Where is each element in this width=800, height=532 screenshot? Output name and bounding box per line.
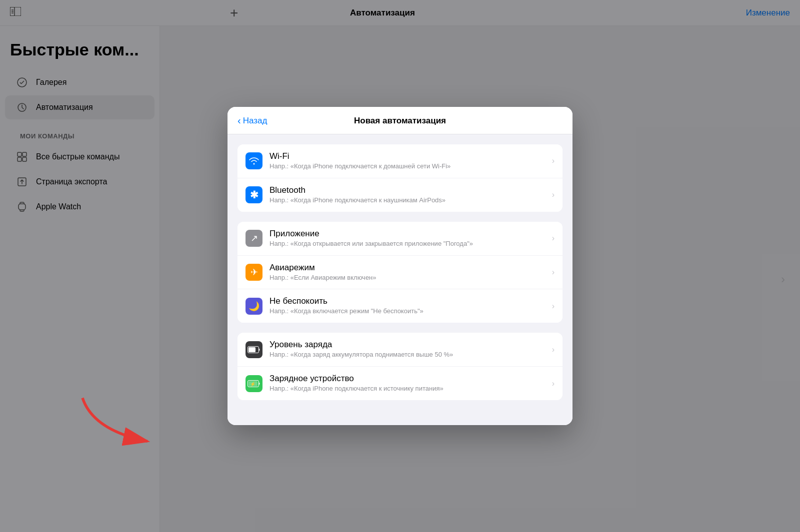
modal-new-automation: ‹ Назад Новая автоматизация (228, 107, 572, 425)
app-icon: ↗ (246, 230, 262, 247)
airplane-chevron-icon: › (552, 268, 554, 277)
airplane-title: Авиарежим (270, 263, 545, 273)
modal-section-power: Уровень заряда Напр.: «Когда заряд аккум… (238, 333, 562, 400)
bluetooth-icon: ✱ (246, 186, 262, 203)
modal-overlay: ‹ Назад Новая автоматизация (0, 0, 800, 532)
battery-row[interactable]: Уровень заряда Напр.: «Когда заряд аккум… (238, 333, 562, 367)
airplane-subtitle: Напр.: «Если Авиарежим включен» (270, 274, 545, 282)
back-button[interactable]: ‹ Назад (238, 115, 267, 126)
bluetooth-row[interactable]: ✱ Bluetooth Напр.: «Когда iPhone подключ… (238, 178, 562, 212)
charging-subtitle: Напр.: «Когда iPhone подключается к исто… (270, 385, 545, 393)
wifi-text: Wi-Fi Напр.: «Когда iPhone подключается … (270, 151, 545, 171)
back-chevron-icon: ‹ (238, 115, 241, 126)
charging-icon: ⚡ (246, 375, 262, 392)
modal-body: Wi-Fi Напр.: «Когда iPhone подключается … (228, 134, 572, 425)
app-text: Приложение Напр.: «Когда открывается или… (270, 229, 545, 248)
battery-chevron-icon: › (552, 345, 554, 354)
airplane-row[interactable]: ✈ Авиарежим Напр.: «Если Авиарежим включ… (238, 256, 562, 290)
battery-text: Уровень заряда Напр.: «Когда заряд аккум… (270, 340, 545, 359)
dnd-subtitle: Напр.: «Когда включается режим "Не беспо… (270, 307, 545, 316)
charging-title: Зарядное устройство (270, 374, 545, 384)
bluetooth-subtitle: Напр.: «Когда iPhone подключается к науш… (270, 196, 545, 205)
dnd-text: Не беспокоить Напр.: «Когда включается р… (270, 296, 545, 316)
charging-text: Зарядное устройство Напр.: «Когда iPhone… (270, 374, 545, 393)
airplane-icon: ✈ (246, 264, 262, 281)
battery-title: Уровень заряда (270, 340, 545, 350)
battery-icon (246, 341, 262, 358)
modal-title: Новая автоматизация (354, 116, 446, 126)
modal-section-apps-modes: ↗ Приложение Напр.: «Когда открывается и… (238, 222, 562, 323)
wifi-subtitle: Напр.: «Когда iPhone подключается к дома… (270, 162, 545, 171)
battery-subtitle: Напр.: «Когда заряд аккумулятора поднима… (270, 351, 545, 359)
wifi-icon (246, 152, 262, 169)
app-chevron-icon: › (552, 234, 554, 243)
app-title: Приложение (270, 229, 545, 239)
charging-row[interactable]: ⚡ Зарядное устройство Напр.: «Когда iPho… (238, 367, 562, 400)
bluetooth-chevron-icon: › (552, 190, 554, 199)
wifi-row[interactable]: Wi-Fi Напр.: «Когда iPhone подключается … (238, 144, 562, 178)
charging-chevron-icon: › (552, 379, 554, 388)
wifi-title: Wi-Fi (270, 151, 545, 161)
dnd-row[interactable]: 🌙 Не беспокоить Напр.: «Когда включается… (238, 289, 562, 323)
app-subtitle: Напр.: «Когда открывается или закрываетс… (270, 240, 545, 248)
modal-section-connectivity: Wi-Fi Напр.: «Когда iPhone подключается … (238, 144, 562, 212)
airplane-text: Авиарежим Напр.: «Если Авиарежим включен… (270, 263, 545, 282)
back-label[interactable]: Назад (243, 116, 268, 126)
dnd-icon: 🌙 (246, 298, 262, 315)
wifi-chevron-icon: › (552, 156, 554, 165)
svg-rect-14 (248, 347, 256, 352)
bluetooth-text: Bluetooth Напр.: «Когда iPhone подключае… (270, 185, 545, 205)
dnd-title: Не беспокоить (270, 296, 545, 306)
dnd-chevron-icon: › (552, 302, 554, 311)
bluetooth-title: Bluetooth (270, 185, 545, 195)
svg-text:⚡: ⚡ (250, 381, 256, 387)
modal-header: ‹ Назад Новая автоматизация (228, 107, 572, 134)
app-row[interactable]: ↗ Приложение Напр.: «Когда открывается и… (238, 222, 562, 256)
